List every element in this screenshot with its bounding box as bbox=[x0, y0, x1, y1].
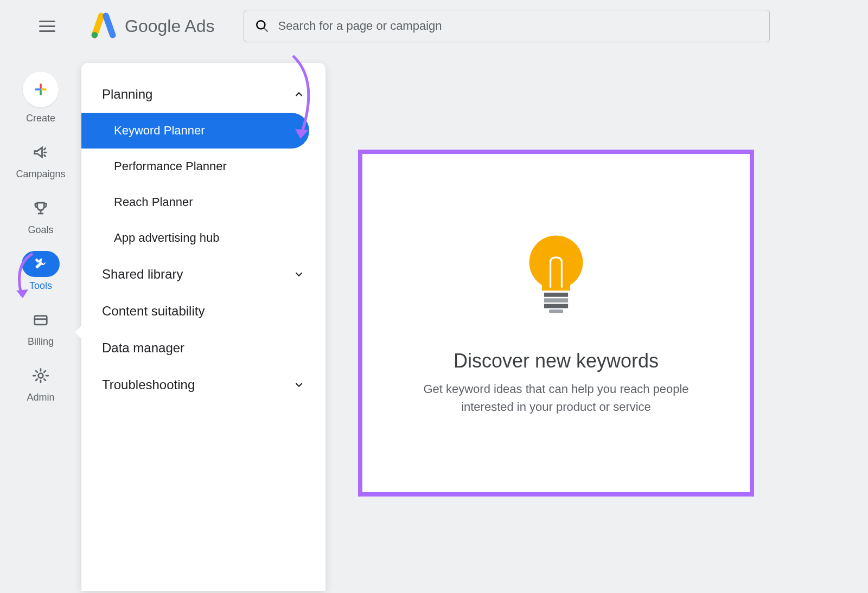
goals-label: Goals bbox=[28, 224, 53, 236]
megaphone-icon bbox=[33, 144, 49, 160]
app-advertising-hub-label: App advertising hub bbox=[114, 231, 219, 245]
svg-rect-16 bbox=[549, 310, 563, 313]
shared-library-label: Shared library bbox=[102, 267, 183, 282]
troubleshooting-label: Troubleshooting bbox=[102, 377, 195, 392]
tools-flyout-menu: Planning Keyword Planner Performance Pla… bbox=[81, 63, 326, 591]
data-manager-label: Data manager bbox=[102, 340, 184, 356]
svg-point-11 bbox=[39, 373, 43, 378]
annotation-arrow-icon bbox=[0, 248, 49, 308]
rail-item-tools[interactable]: Tools bbox=[22, 251, 60, 292]
campaigns-label: Campaigns bbox=[16, 169, 65, 180]
flyout-section-shared-library[interactable]: Shared library bbox=[81, 256, 326, 293]
admin-label: Admin bbox=[27, 392, 54, 403]
flyout-item-keyword-planner[interactable]: Keyword Planner bbox=[81, 113, 309, 149]
search-icon bbox=[255, 19, 269, 33]
card-title: Discover new keywords bbox=[454, 350, 659, 372]
discover-keywords-card[interactable]: Discover new keywords Get keyword ideas … bbox=[358, 150, 754, 497]
planning-label: Planning bbox=[102, 87, 152, 102]
svg-rect-15 bbox=[544, 304, 568, 308]
svg-point-12 bbox=[529, 236, 583, 289]
content-area: Discover new keywords Get keyword ideas … bbox=[326, 52, 868, 591]
rail-item-campaigns[interactable]: Campaigns bbox=[16, 139, 65, 180]
create-button[interactable]: Create bbox=[23, 72, 59, 124]
create-label: Create bbox=[26, 113, 55, 124]
svg-line-2 bbox=[264, 28, 268, 31]
chevron-down-icon bbox=[293, 379, 305, 391]
chevron-down-icon bbox=[293, 268, 305, 280]
content-suitability-label: Content suitability bbox=[102, 304, 205, 319]
annotation-arrow-icon bbox=[277, 53, 326, 145]
logo[interactable]: Google Ads bbox=[90, 12, 214, 40]
rail-item-billing[interactable]: Billing bbox=[22, 307, 60, 347]
billing-label: Billing bbox=[28, 336, 54, 347]
flyout-item-app-advertising-hub[interactable]: App advertising hub bbox=[81, 220, 326, 256]
app-header: Google Ads bbox=[0, 0, 868, 52]
flyout-item-reach-planner[interactable]: Reach Planner bbox=[81, 184, 326, 220]
flyout-section-data-manager[interactable]: Data manager bbox=[81, 330, 326, 366]
search-input[interactable] bbox=[278, 19, 758, 33]
flyout-section-troubleshooting[interactable]: Troubleshooting bbox=[81, 366, 326, 403]
reach-planner-label: Reach Planner bbox=[114, 195, 193, 209]
card-subtitle: Get keyword ideas that can help you reac… bbox=[404, 380, 708, 416]
rail-item-admin[interactable]: Admin bbox=[22, 363, 60, 403]
trophy-icon bbox=[33, 200, 49, 216]
svg-point-0 bbox=[92, 32, 98, 38]
flyout-item-performance-planner[interactable]: Performance Planner bbox=[81, 149, 326, 184]
gear-icon bbox=[33, 368, 49, 384]
search-box[interactable] bbox=[244, 10, 770, 42]
credit-card-icon bbox=[33, 312, 49, 328]
left-rail: Create Campaigns Goals bbox=[0, 52, 81, 591]
flyout-section-content-suitability[interactable]: Content suitability bbox=[81, 293, 326, 330]
svg-rect-9 bbox=[35, 316, 47, 325]
lightbulb-icon bbox=[521, 230, 591, 323]
menu-icon[interactable] bbox=[39, 15, 61, 37]
svg-rect-14 bbox=[544, 298, 568, 302]
keyword-planner-label: Keyword Planner bbox=[114, 124, 205, 138]
performance-planner-label: Performance Planner bbox=[114, 159, 227, 173]
plus-icon bbox=[33, 82, 48, 97]
logo-text: Google Ads bbox=[125, 16, 214, 36]
google-ads-logo-icon bbox=[90, 12, 117, 40]
svg-rect-13 bbox=[544, 293, 568, 297]
rail-item-goals[interactable]: Goals bbox=[22, 195, 60, 236]
